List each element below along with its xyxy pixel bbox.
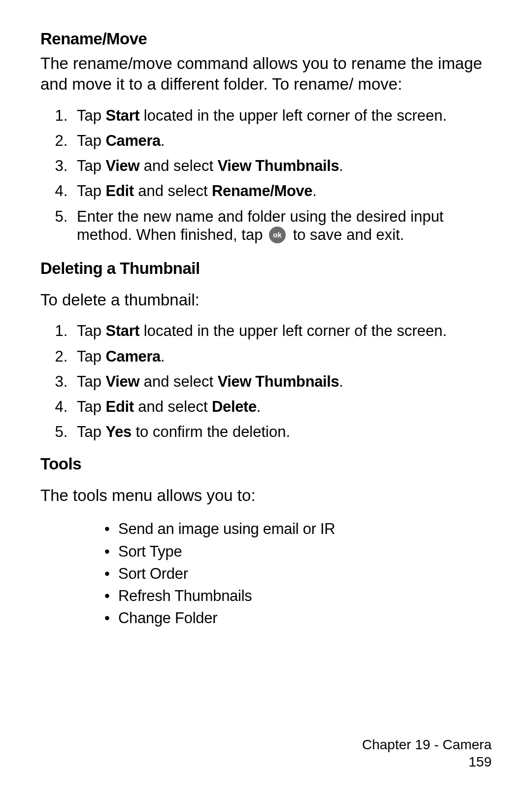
text: . — [257, 398, 261, 415]
step-1: Tap Start located in the upper left corn… — [72, 322, 492, 340]
intro-tools: The tools menu allows you to: — [40, 485, 492, 506]
steps-deleting-thumbnail: Tap Start located in the upper left corn… — [40, 322, 492, 441]
intro-rename-move: The rename/move command allows you to re… — [40, 53, 492, 95]
page-footer: Chapter 19 - Camera 159 — [362, 736, 492, 770]
step-3: Tap View and select View Thumbnails. — [72, 157, 492, 175]
step-1: Tap Start located in the upper left corn… — [72, 106, 492, 125]
list-item: Sort Type — [104, 542, 492, 561]
heading-tools: Tools — [40, 455, 492, 473]
ui-term-camera: Camera — [106, 348, 161, 365]
text: Tap — [77, 182, 106, 200]
text: located in the upper left corner of the … — [139, 322, 447, 339]
ui-term-edit: Edit — [106, 182, 134, 200]
heading-rename-move: Rename/Move — [40, 30, 492, 48]
text: . — [161, 348, 165, 365]
footer-page-number: 159 — [362, 753, 492, 770]
text: Tap — [77, 348, 106, 365]
text: Tap — [77, 398, 106, 415]
text: and select — [134, 182, 212, 200]
ui-term-start: Start — [106, 107, 140, 124]
list-item: Refresh Thumbnails — [104, 587, 492, 605]
text: . — [312, 182, 317, 200]
text: Tap — [77, 373, 106, 390]
step-2: Tap Camera. — [72, 347, 492, 366]
document-page: Rename/Move The rename/move command allo… — [0, 0, 532, 799]
ui-term-start: Start — [106, 322, 140, 339]
step-5: Enter the new name and folder using the … — [72, 207, 492, 245]
ui-term-view-thumbnails: View Thumbnails — [218, 373, 339, 390]
text: and select — [139, 373, 218, 390]
ui-term-camera: Camera — [106, 132, 161, 149]
text: . — [339, 373, 343, 390]
tools-list: Send an image using email or IR Sort Typ… — [40, 520, 492, 627]
text: Tap — [77, 107, 106, 124]
list-item: Sort Order — [104, 565, 492, 583]
text: to save and exit. — [289, 226, 404, 243]
ui-term-edit: Edit — [106, 398, 134, 415]
footer-chapter: Chapter 19 - Camera — [362, 736, 492, 753]
text: Tap — [77, 157, 106, 174]
step-4: Tap Edit and select Rename/Move. — [72, 182, 492, 200]
step-2: Tap Camera. — [72, 132, 492, 150]
text: located in the upper left corner of the … — [139, 107, 447, 124]
text: Tap — [77, 322, 106, 339]
text: . — [161, 132, 165, 149]
list-item: Send an image using email or IR — [104, 520, 492, 538]
list-item: Change Folder — [104, 609, 492, 627]
step-5: Tap Yes to confirm the deletion. — [72, 423, 492, 441]
step-3: Tap View and select View Thumbnails. — [72, 372, 492, 391]
ui-term-view: View — [106, 157, 139, 174]
text: Tap — [77, 423, 106, 440]
ui-term-delete: Delete — [212, 398, 257, 415]
ui-term-view-thumbnails: View Thumbnails — [218, 157, 339, 174]
steps-rename-move: Tap Start located in the upper left corn… — [40, 106, 492, 245]
heading-deleting-thumbnail: Deleting a Thumbnail — [40, 259, 492, 278]
step-4: Tap Edit and select Delete. — [72, 398, 492, 416]
ok-icon: ok — [269, 227, 286, 243]
ui-term-rename-move: Rename/Move — [212, 182, 312, 200]
text: Tap — [77, 132, 106, 149]
intro-deleting-thumbnail: To delete a thumbnail: — [40, 290, 492, 310]
ui-term-view: View — [106, 373, 139, 390]
text: and select — [134, 398, 212, 415]
text: to confirm the deletion. — [132, 423, 290, 440]
ui-term-yes: Yes — [106, 423, 132, 440]
text: . — [339, 157, 343, 174]
text: and select — [139, 157, 218, 174]
